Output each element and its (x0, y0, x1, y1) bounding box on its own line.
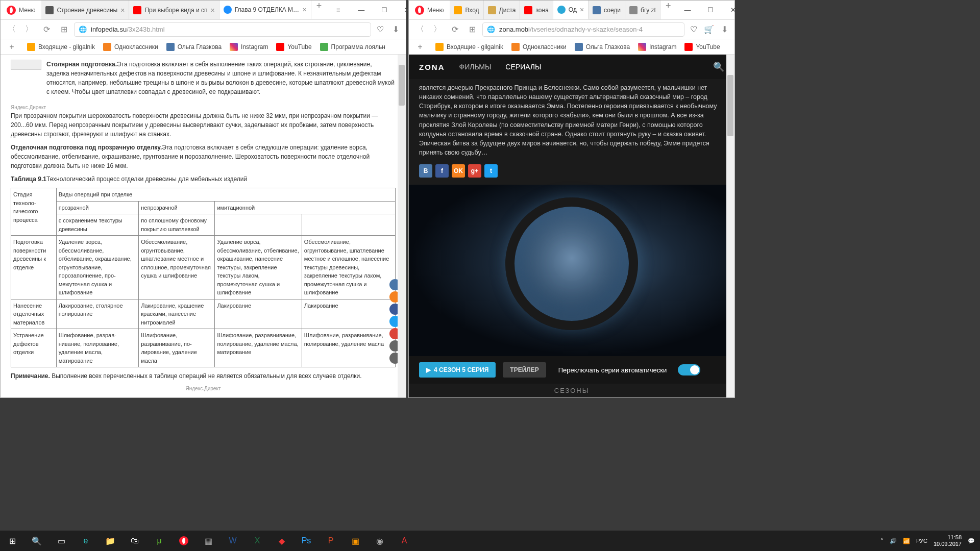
download-icon[interactable]: ⬇ (389, 23, 402, 36)
tab-menu-icon[interactable]: ≡ (327, 1, 350, 19)
app-icon-red[interactable]: ◆ (270, 531, 294, 551)
nav-films[interactable]: ФИЛЬМЫ (459, 63, 492, 71)
url-input[interactable]: 🌐 zona.mobi/tvseries/odnazhdy-v-skazke/s… (482, 22, 684, 37)
photoshop-icon[interactable]: Ps (294, 531, 318, 551)
minimize-button[interactable]: — (676, 1, 699, 19)
start-button[interactable]: ⊞ (0, 531, 24, 551)
zona-page: ZONA ФИЛЬМЫ СЕРИАЛЫ 🔍 является дочерью П… (409, 55, 734, 397)
video-player[interactable] (409, 185, 734, 356)
powerpoint-icon[interactable]: P (318, 531, 343, 551)
fb-icon[interactable]: f (435, 164, 449, 178)
app-icon-orange[interactable]: ▣ (343, 531, 368, 551)
opera-taskbar-icon[interactable] (172, 531, 196, 551)
add-bookmark-button[interactable]: + (413, 40, 427, 54)
close-button[interactable]: ✕ (722, 1, 745, 19)
bookmark-vk[interactable]: Ольга Глазкова (166, 43, 222, 51)
scrollbar-thumb[interactable] (727, 75, 733, 136)
store-icon[interactable]: 🛍 (122, 531, 147, 551)
tab-stroenie[interactable]: Строение древесины × (41, 1, 129, 19)
network-icon[interactable]: 📶 (903, 538, 910, 544)
tab-od[interactable]: Од× (553, 1, 589, 19)
tab-vhod[interactable]: Вход (450, 1, 483, 19)
globe-icon: 🌐 (79, 26, 87, 33)
scrollbar-thumb[interactable] (399, 65, 405, 106)
tab-dista[interactable]: Диста (484, 1, 521, 19)
url-host: infopedia.su (91, 26, 127, 33)
task-view-icon[interactable]: ▭ (49, 531, 74, 551)
play-episode-button[interactable]: ▶4 СЕЗОН 5 СЕРИЯ (419, 362, 496, 378)
autoswitch-toggle[interactable] (678, 364, 700, 375)
new-tab-button[interactable]: + (311, 1, 327, 19)
app-icon[interactable]: ▦ (196, 531, 220, 551)
vk-icon[interactable]: B (419, 164, 432, 178)
bookmark-youtube[interactable]: YouTube (276, 43, 311, 51)
trailer-button[interactable]: ТРЕЙЛЕР (503, 362, 546, 378)
bookmark-inbox[interactable]: Входящие - gilgalnik (27, 43, 95, 51)
tab-bgu[interactable]: бгу zt (625, 1, 660, 19)
speed-dial-button[interactable]: ⊞ (465, 22, 479, 37)
scrollbar[interactable] (398, 55, 406, 397)
clock[interactable]: 11:58 10.09.2017 (934, 534, 962, 547)
speed-dial-button[interactable]: ⊞ (57, 22, 71, 37)
twitter-icon[interactable]: t (484, 164, 498, 178)
url-input[interactable]: 🌐 infopedia.su/3x243b.html (74, 22, 371, 37)
zona-logo[interactable]: ZONA (419, 63, 445, 71)
search-icon[interactable]: 🔍 (24, 531, 49, 551)
bookmark-instagram[interactable]: Instagram (230, 43, 268, 51)
language-indicator[interactable]: РУС (916, 538, 927, 544)
scrollbar[interactable] (726, 55, 734, 397)
bookmark-instagram[interactable]: Instagram (638, 43, 676, 51)
edge-icon[interactable]: e (74, 531, 98, 551)
tab-yandex[interactable]: При выборе вида и сп × (129, 1, 219, 19)
paragraph-1: Столярная подготовка.Эта подготовка вклю… (46, 60, 396, 96)
action-center-icon[interactable]: 💬 (968, 538, 975, 544)
tab-close-icon[interactable]: × (580, 6, 584, 14)
minimize-button[interactable]: — (350, 1, 373, 19)
reload-button[interactable]: ⟳ (448, 22, 462, 37)
back-button[interactable]: 〈 (413, 22, 427, 37)
tab-icon (524, 6, 532, 14)
tab-zona[interactable]: зона (520, 1, 553, 19)
menu-label: Меню (19, 7, 35, 14)
bookmark-vk[interactable]: Ольга Глазкова (575, 43, 630, 51)
maximize-button[interactable]: ☐ (373, 1, 396, 19)
gplus-icon[interactable]: g+ (468, 164, 481, 178)
bookmark-inbox[interactable]: Входящие - gilgalnik (435, 43, 503, 51)
tab-label: соеди (604, 7, 621, 14)
opera-menu-button[interactable]: Меню (409, 1, 450, 19)
excel-icon[interactable]: X (245, 531, 270, 551)
opera-menu-button[interactable]: Меню (1, 1, 41, 19)
reload-button[interactable]: ⟳ (39, 22, 54, 37)
add-bookmark-button[interactable]: + (5, 40, 19, 54)
tab-close-icon[interactable]: × (120, 6, 125, 14)
utorrent-icon[interactable]: μ (147, 531, 172, 551)
volume-icon[interactable]: 🔊 (890, 538, 897, 544)
url-host: zona.mobi (499, 26, 530, 33)
tray-chevron-icon[interactable]: ˄ (880, 538, 884, 544)
maximize-button[interactable]: ☐ (699, 1, 722, 19)
heart-icon[interactable]: ♡ (688, 23, 700, 36)
bookmark-ok[interactable]: Одноклассники (511, 43, 567, 51)
bookmark-icon (435, 43, 444, 51)
bookmark-youtube[interactable]: YouTube (684, 43, 720, 51)
tab-close-icon[interactable]: × (211, 6, 215, 14)
bookmark-loyalty[interactable]: Программа лояльн (320, 43, 385, 51)
bookmark-ok[interactable]: Одноклассники (103, 43, 158, 51)
forward-button[interactable]: 〉 (430, 22, 445, 37)
ok-icon[interactable]: OK (452, 164, 465, 178)
nav-series[interactable]: СЕРИАЛЫ (505, 63, 541, 71)
tab-glava9[interactable]: Глава 9 ОТДЕЛКА МЕБ × (219, 1, 311, 19)
download-icon[interactable]: ⬇ (718, 23, 730, 36)
search-icon[interactable]: 🔍 (713, 61, 724, 72)
acrobat-icon[interactable]: A (392, 531, 416, 551)
tab-close-icon[interactable]: × (303, 6, 307, 14)
cart-icon[interactable]: 🛒 (703, 23, 715, 36)
explorer-icon[interactable]: 📁 (98, 531, 122, 551)
app-icon-gray[interactable]: ◉ (368, 531, 392, 551)
tab-soedi[interactable]: соеди (589, 1, 625, 19)
heart-icon[interactable]: ♡ (374, 23, 386, 36)
new-tab-button[interactable]: + (660, 1, 676, 19)
word-icon[interactable]: W (220, 531, 245, 551)
back-button[interactable]: 〈 (5, 22, 19, 37)
forward-button[interactable]: 〉 (22, 22, 36, 37)
